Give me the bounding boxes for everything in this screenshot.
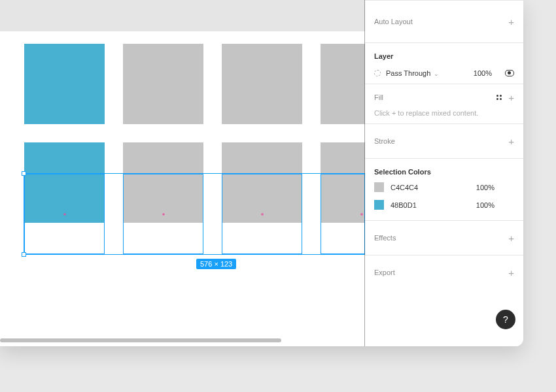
section-export: Export + [365, 255, 523, 289]
rectangle-blue[interactable] [24, 44, 105, 124]
color-hex: 48B0D1 [391, 201, 427, 209]
inspector-panel: Auto Layout + Layer Pass Through ⌄ 100% [365, 0, 523, 346]
add-effect-button[interactable]: + [508, 233, 514, 243]
section-effects: Effects + [365, 221, 523, 255]
section-stroke: Stroke + [365, 124, 523, 159]
add-stroke-button[interactable]: + [508, 137, 514, 146]
selection-color-row[interactable]: 48B0D1 100% [374, 196, 514, 214]
rectangle-gray[interactable] [123, 44, 203, 124]
help-button[interactable]: ? [496, 310, 515, 329]
fill-label: Fill [374, 93, 383, 101]
shape-row-1 [24, 44, 365, 124]
help-icon: ? [503, 314, 508, 325]
horizontal-scrollbar[interactable] [0, 338, 281, 342]
selection-colors-label: Selection Colors [374, 168, 431, 176]
blend-mode-value: Pass Through [386, 69, 430, 77]
section-auto-layout: Auto Layout + [365, 0, 523, 43]
rectangle-gray[interactable] [321, 142, 365, 223]
canvas-background[interactable]: 576 × 123 [0, 0, 365, 346]
layer-label: Layer [374, 52, 393, 60]
section-selection-colors: Selection Colors C4C4C4 100% 48B0D1 100% [365, 159, 523, 221]
color-swatch[interactable] [374, 200, 384, 210]
rectangle-gray[interactable] [321, 44, 365, 124]
selection-color-row[interactable]: C4C4C4 100% [374, 178, 514, 196]
color-swatch[interactable] [374, 182, 384, 192]
stroke-label: Stroke [374, 137, 395, 145]
rectangle-gray[interactable] [222, 44, 302, 124]
color-hex: C4C4C4 [391, 184, 427, 191]
layer-opacity-input[interactable]: 100% [474, 69, 492, 77]
visibility-toggle[interactable] [505, 70, 514, 76]
blend-mode-select[interactable]: Pass Through ⌄ [386, 69, 439, 77]
chevron-down-icon: ⌄ [434, 71, 439, 77]
section-fill: Fill + Click + to replace mixed content. [365, 84, 523, 124]
add-auto-layout-button[interactable]: + [508, 17, 514, 27]
color-opacity: 100% [476, 201, 495, 209]
app-window: 576 × 123 Auto Layout + Layer Pass Throu… [0, 0, 523, 346]
add-fill-button[interactable]: + [508, 93, 514, 103]
fill-hint: Click + to replace mixed content. [374, 104, 514, 117]
add-export-button[interactable]: + [508, 268, 514, 278]
shape-row-2 [24, 142, 365, 223]
rectangle-gray[interactable] [222, 142, 302, 223]
rectangle-blue[interactable] [24, 142, 105, 223]
section-layer: Layer Pass Through ⌄ 100% [365, 43, 523, 84]
effects-label: Effects [374, 234, 396, 242]
dimensions-badge: 576 × 123 [196, 259, 236, 269]
auto-layout-label: Auto Layout [374, 18, 413, 25]
blend-mode-icon [374, 70, 381, 76]
style-library-icon[interactable] [496, 95, 502, 100]
color-opacity: 100% [476, 184, 495, 191]
export-label: Export [374, 269, 395, 276]
rectangle-gray[interactable] [123, 142, 203, 223]
